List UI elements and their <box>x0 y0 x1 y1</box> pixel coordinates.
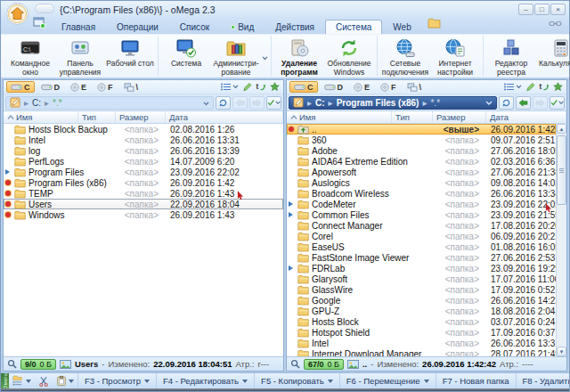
folder-tree-button[interactable] <box>9 373 35 388</box>
file-row[interactable]: Glarysoft<папка>17.07.2016 11:06 <box>287 274 556 284</box>
file-row[interactable]: log<папка>26.06.2016 13:39 <box>4 145 283 156</box>
column-header-1[interactable]: Тип <box>392 111 433 123</box>
filter-mask[interactable]: *.* <box>430 98 440 108</box>
magnifier-icon[interactable] <box>7 359 17 369</box>
tab-0[interactable]: Главная <box>51 20 106 34</box>
function-key-button-8[interactable]: F8 - Удалить <box>516 373 569 388</box>
quick-filter-check-button[interactable] <box>266 96 281 110</box>
function-key-button-4[interactable]: F4 - Редактировать <box>156 373 254 388</box>
drive-c-button[interactable]: C <box>6 81 35 93</box>
favorites-button[interactable] <box>553 82 563 92</box>
ribbon-registry-button[interactable]: Редактор реестра <box>486 36 536 77</box>
refresh-button[interactable] <box>499 96 514 110</box>
breadcrumb-segment[interactable]: C: <box>315 98 325 108</box>
tab-6[interactable]: Web <box>382 20 421 34</box>
forward-button[interactable] <box>249 96 265 110</box>
filter-mask[interactable]: *.* <box>53 98 62 108</box>
quick-access-toolbar[interactable] <box>35 4 54 13</box>
ribbon-desktop-button[interactable]: Рабочий стол <box>105 36 155 77</box>
tab-1[interactable]: Операции <box>106 20 169 34</box>
column-header-2[interactable]: Размер <box>433 111 486 123</box>
scroll-thumb[interactable] <box>557 135 566 205</box>
drive-root-button[interactable]: \ <box>403 81 427 93</box>
edit-path-icon[interactable] <box>10 97 20 108</box>
column-header-0[interactable]: Имя <box>287 111 392 123</box>
app-logo-button[interactable] <box>5 2 29 26</box>
minimize-button[interactable]: – <box>518 4 533 15</box>
breadcrumb[interactable]: ▸C:▸Program Files (x86)▸*.* <box>289 96 497 110</box>
column-header-3[interactable]: Дата <box>486 111 566 123</box>
edit-path-icon[interactable] <box>293 97 304 108</box>
file-row[interactable]: FDRLab<папка>23.09.2016 19:29 <box>287 263 556 274</box>
ribbon-internet-button[interactable]: Интернет настройки <box>430 36 480 77</box>
breadcrumb-dropdown-chevron[interactable] <box>485 98 493 108</box>
refresh-button[interactable] <box>216 96 231 110</box>
forward-button[interactable] <box>533 96 548 110</box>
scroll-down-button[interactable]: ▼ <box>557 347 566 356</box>
file-row[interactable]: Intel<папка>26.06.2016 13:31 <box>4 135 283 145</box>
maximize-button[interactable]: □ <box>534 4 550 15</box>
file-row[interactable]: Broadcom Wireless<папка>26.06.2016 13:34 <box>287 188 556 199</box>
breadcrumb[interactable]: ▸C:▸*.* <box>5 96 214 110</box>
file-row[interactable]: Program Files<папка>23.09.2016 22:02 <box>4 167 283 177</box>
column-header-3[interactable]: Дата <box>166 111 283 123</box>
tab-2[interactable]: Список <box>169 20 220 34</box>
file-row[interactable]: Internet Download Manager<папка>28.07.20… <box>287 348 556 356</box>
file-row[interactable]: GlassWire<папка>17.09.2016 0:52 <box>287 284 556 295</box>
breadcrumb-dropdown-chevron[interactable] <box>203 98 209 108</box>
file-row[interactable]: Google<папка>26.06.2016 14:22 <box>287 295 556 306</box>
tab-5[interactable]: Система <box>325 20 382 34</box>
drive-c-button[interactable]: C <box>289 81 318 93</box>
quick-access-placeholder[interactable] <box>35 4 54 13</box>
history-button[interactable]: t <box>256 82 266 92</box>
new-tab-button[interactable] <box>428 16 441 32</box>
file-row[interactable]: EaseUS<папка>01.08.2016 16:05 <box>287 241 556 252</box>
file-row[interactable]: Corel<папка>06.09.2016 20:21 <box>287 231 556 241</box>
file-row[interactable]: Connect Manager<папка>17.08.2016 20:20 <box>287 220 556 231</box>
ribbon-system-button[interactable]: Система <box>161 36 211 77</box>
file-row[interactable]: GPU-Z<папка>18.08.2016 2:04 <box>287 306 556 316</box>
file-row[interactable]: Users<папка>22.09.2016 18:04 <box>4 199 283 209</box>
file-row[interactable]: Hotspot Shield<папка>17.09.2016 0:37 <box>287 327 556 338</box>
ribbon-uninstall-button[interactable]: Удаление программ <box>274 36 324 77</box>
magnifier-icon[interactable] <box>290 359 300 369</box>
favorites-button[interactable] <box>270 82 280 92</box>
edit-button[interactable] <box>525 82 535 92</box>
file-row[interactable]: FastStone Image Viewer<папка>27.06.2016 … <box>287 252 556 263</box>
titlebar[interactable]: {C:\Program Files (x86)\} - oMega 2.3 – … <box>1 1 569 19</box>
file-row[interactable]: TEMP<папка>26.09.2016 1:43 <box>4 188 283 199</box>
file-row[interactable]: Program Files (x86)<папка>26.09.2016 1:4… <box>4 177 283 188</box>
drive-d-button[interactable]: D <box>37 81 65 93</box>
ribbon-control-panel-button[interactable]: Панель управления <box>55 36 105 77</box>
tab-4[interactable]: Действия <box>265 20 325 34</box>
function-key-button-7[interactable]: F7 - Новая папка <box>436 373 516 388</box>
close-button[interactable]: × <box>550 4 566 15</box>
breadcrumb-segment[interactable]: Program Files (x86) <box>337 98 419 108</box>
history-button[interactable]: t <box>539 82 550 92</box>
drive-f-button[interactable]: F <box>376 81 401 93</box>
group-menu-chevron[interactable] <box>262 48 268 64</box>
file-row[interactable]: Common Files<папка>23.09.2016 21:59 <box>287 209 556 220</box>
column-header-1[interactable]: Тип <box>78 111 116 123</box>
file-row[interactable]: 360<папка>09.07.2016 2:51 <box>287 135 556 145</box>
scrollbar[interactable]: ▲▼ <box>556 124 566 356</box>
view-menu-button[interactable] <box>504 83 522 91</box>
function-key-button-3[interactable]: F3 - Просмотр <box>77 373 156 388</box>
file-row[interactable]: Adobe<папка>27.06.2016 18:05 <box>287 145 556 156</box>
file-row[interactable]: Auslogics<папка>09.08.2016 14:03 <box>287 177 556 188</box>
file-row[interactable]: Apowersoft<папка>27.06.2016 21:38 <box>287 167 556 177</box>
function-key-button-5[interactable]: F5 - Копировать <box>254 373 339 388</box>
drive-f-button[interactable]: F <box>93 81 118 93</box>
link-icon[interactable] <box>549 15 562 31</box>
paste-button[interactable] <box>53 373 77 388</box>
file-row[interactable]: ..<выше>26.09.2016 1:42 <box>287 124 556 135</box>
file-row[interactable]: Hosts Block Backup<папка>02.08.2016 1:26 <box>4 124 283 135</box>
layout-icon[interactable] <box>33 16 45 32</box>
tab-3[interactable]: Вид <box>220 20 265 34</box>
file-row[interactable]: PerfLogs<папка>14.07.2009 6:20 <box>4 156 283 167</box>
edit-button[interactable] <box>242 82 252 92</box>
back-button[interactable] <box>516 96 531 110</box>
vertical-side-tab[interactable]: Омега <box>1 373 9 388</box>
file-row[interactable]: CodeMeter<папка>23.09.2016 22:02 <box>287 199 556 209</box>
drive-e-button[interactable]: E <box>66 81 91 93</box>
